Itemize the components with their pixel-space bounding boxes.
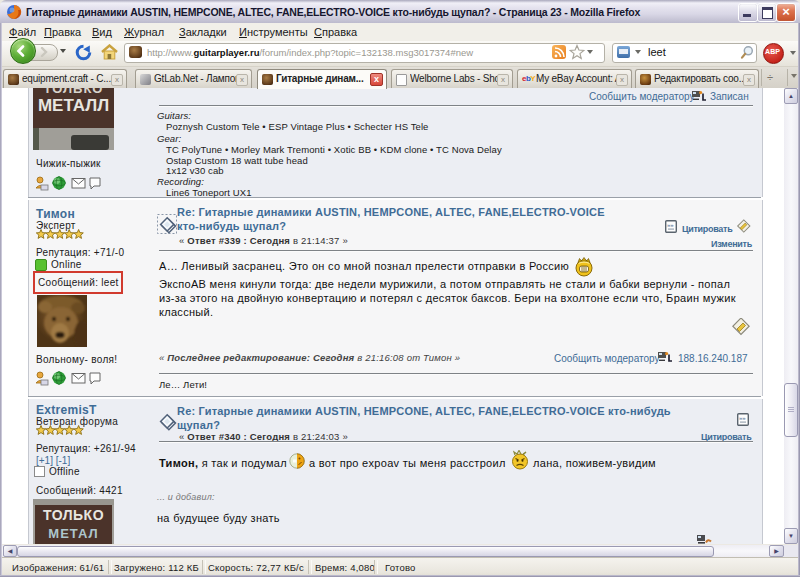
svg-text:»»: »» (739, 415, 746, 421)
svg-text:»»: »» (667, 222, 674, 228)
